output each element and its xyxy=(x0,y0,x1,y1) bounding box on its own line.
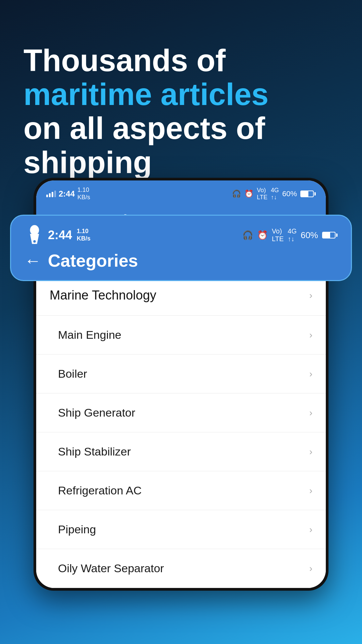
list-item-boiler[interactable]: Boiler› xyxy=(36,355,326,393)
app-logo-icon xyxy=(24,225,45,245)
speed-display: 1.10KB/s xyxy=(77,186,90,201)
zoom-battery-icon xyxy=(322,232,338,238)
zoom-4g-icon: 4G↑↓ xyxy=(288,227,297,243)
signal-icon xyxy=(46,191,56,197)
zoom-status-left: 2:44 1.10KB/s xyxy=(24,225,90,245)
zoom-battery-percent: 60% xyxy=(301,230,318,240)
chevron-right-icon: › xyxy=(309,369,312,379)
chevron-right-icon: › xyxy=(309,330,312,340)
list-item-label-ship-generator: Ship Generator xyxy=(58,406,135,419)
alarm-icon: ⏰ xyxy=(244,190,253,198)
list-item-ship-generator[interactable]: Ship Generator› xyxy=(36,393,326,432)
chevron-right-icon: › xyxy=(309,290,312,301)
svg-point-0 xyxy=(30,225,39,235)
zoom-header: ← Categories xyxy=(24,251,338,271)
list-item-refrigeration-ac[interactable]: Refrigeration AC› xyxy=(36,471,326,510)
chevron-right-icon: › xyxy=(309,485,312,496)
list-item-label-marine-technology: Marine Technology xyxy=(50,288,156,303)
volte-icon: Vo)LTE xyxy=(257,187,267,201)
status-right: 🎧 ⏰ Vo)LTE 4G↑↓ 60% xyxy=(232,187,316,201)
zoom-status-right: 🎧 ⏰ Vo)LTE 4G↑↓ 60% xyxy=(242,227,338,243)
zoom-alarm-icon: ⏰ xyxy=(257,230,268,240)
hero-line3: on all aspects of shipping xyxy=(23,111,339,179)
chevron-right-icon: › xyxy=(309,446,312,457)
status-bar: 2:44 1.10KB/s 🎧 ⏰ Vo)LTE 4G↑↓ 60% xyxy=(36,180,326,205)
time-display: 2:44 xyxy=(59,189,75,199)
headphone-icon: 🎧 xyxy=(232,190,241,198)
zoom-speed: 1.10KB/s xyxy=(77,228,90,242)
chevron-right-icon: › xyxy=(309,563,312,574)
list-item-label-main-engine: Main Engine xyxy=(58,328,121,341)
hero-line1: Thousands of xyxy=(23,44,339,77)
zoom-headphone-icon: 🎧 xyxy=(242,230,253,240)
battery-percent: 60% xyxy=(282,190,297,198)
list-item-pipeing[interactable]: Pipeing› xyxy=(36,510,326,549)
svg-point-2 xyxy=(33,240,36,243)
list-item-main-engine[interactable]: Main Engine› xyxy=(36,316,326,355)
chevron-right-icon: › xyxy=(309,524,312,535)
zoom-time: 2:44 xyxy=(48,228,72,242)
list-item-ship-stabilizer[interactable]: Ship Stabilizer› xyxy=(36,432,326,471)
status-left: 2:44 1.10KB/s xyxy=(46,186,90,201)
battery-icon xyxy=(300,191,316,197)
categories-list: Case Studies›Marine Technology›Main Engi… xyxy=(36,235,326,588)
list-item-label-boiler: Boiler xyxy=(58,367,87,380)
list-item-marine-technology[interactable]: Marine Technology› xyxy=(36,275,326,316)
4g-icon: 4G↑↓ xyxy=(271,187,279,201)
list-item-label-refrigeration-ac: Refrigeration AC xyxy=(58,484,141,497)
zoom-back-button[interactable]: ← xyxy=(24,252,41,269)
list-item-label-ship-stabilizer: Ship Stabilizer xyxy=(58,445,131,458)
zoom-bubble: 2:44 1.10KB/s 🎧 ⏰ Vo)LTE 4G↑↓ 60% ← Cate… xyxy=(10,215,352,281)
hero-line2: maritime articles xyxy=(23,77,339,111)
list-item-label-pipeing: Pipeing xyxy=(58,523,96,536)
zoom-status-bar: 2:44 1.10KB/s 🎧 ⏰ Vo)LTE 4G↑↓ 60% xyxy=(24,225,338,245)
zoom-title: Categories xyxy=(48,251,138,271)
hero-section: Thousands of maritime articles on all as… xyxy=(23,44,339,179)
chevron-right-icon: › xyxy=(309,408,312,418)
list-item-oily-water-separator[interactable]: Oily Water Separator› xyxy=(36,549,326,588)
list-item-label-oily-water-separator: Oily Water Separator xyxy=(58,562,164,575)
zoom-volte-icon: Vo)LTE xyxy=(272,227,284,243)
